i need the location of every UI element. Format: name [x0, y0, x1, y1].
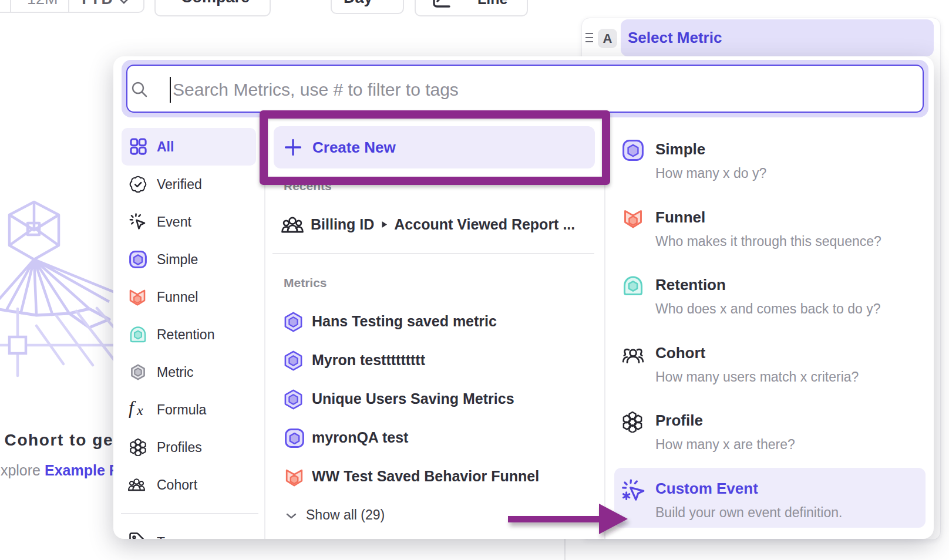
svg-text:f: f: [129, 400, 136, 418]
svg-text:x: x: [136, 403, 143, 418]
